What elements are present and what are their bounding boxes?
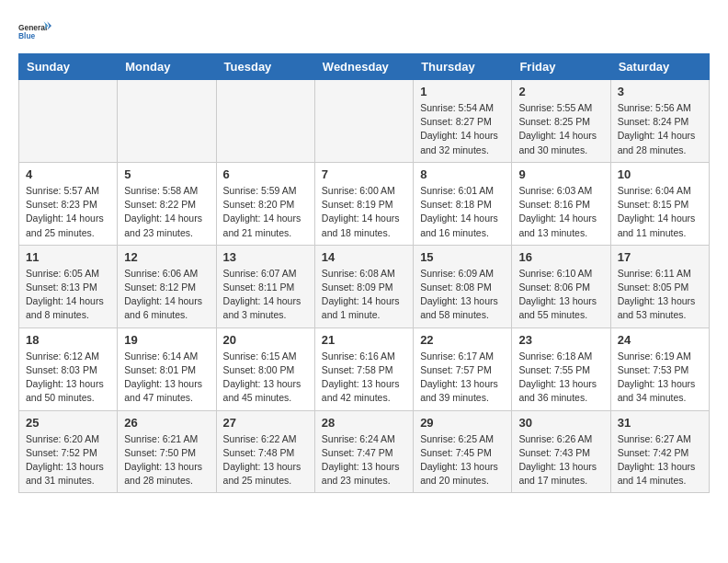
cell-info: Sunrise: 6:14 AM Sunset: 8:01 PM Dayligh… — [124, 350, 209, 406]
calendar-cell — [19, 80, 118, 163]
cell-info: Sunrise: 6:20 AM Sunset: 7:52 PM Dayligh… — [26, 432, 110, 488]
day-number: 22 — [420, 333, 505, 347]
col-header-sunday: Sunday — [19, 54, 118, 80]
cell-info: Sunrise: 6:25 AM Sunset: 7:45 PM Dayligh… — [420, 432, 505, 488]
calendar-cell: 12Sunrise: 6:06 AM Sunset: 8:12 PM Dayli… — [118, 245, 216, 327]
cell-info: Sunrise: 6:27 AM Sunset: 7:42 PM Dayligh… — [618, 432, 702, 488]
day-number: 27 — [223, 416, 308, 430]
day-number: 26 — [124, 416, 209, 430]
cell-info: Sunrise: 5:55 AM Sunset: 8:25 PM Dayligh… — [518, 101, 603, 157]
calendar-cell: 15Sunrise: 6:09 AM Sunset: 8:08 PM Dayli… — [414, 245, 512, 327]
col-header-monday: Monday — [118, 54, 216, 80]
cell-info: Sunrise: 5:58 AM Sunset: 8:22 PM Dayligh… — [124, 184, 209, 240]
day-number: 13 — [223, 250, 308, 264]
logo-icon: General Blue — [18, 18, 51, 44]
col-header-tuesday: Tuesday — [216, 54, 314, 80]
cell-info: Sunrise: 6:10 AM Sunset: 8:06 PM Dayligh… — [518, 267, 603, 323]
cell-info: Sunrise: 6:11 AM Sunset: 8:05 PM Dayligh… — [618, 267, 702, 323]
col-header-thursday: Thursday — [414, 54, 512, 80]
calendar-week-1: 1Sunrise: 5:54 AM Sunset: 8:27 PM Daylig… — [19, 80, 710, 163]
calendar-cell: 2Sunrise: 5:55 AM Sunset: 8:25 PM Daylig… — [512, 80, 610, 163]
day-number: 23 — [518, 333, 603, 347]
calendar-cell: 7Sunrise: 6:00 AM Sunset: 8:19 PM Daylig… — [314, 162, 413, 245]
header-row: SundayMondayTuesdayWednesdayThursdayFrid… — [19, 54, 710, 80]
cell-info: Sunrise: 6:26 AM Sunset: 7:43 PM Dayligh… — [518, 432, 603, 488]
day-number: 17 — [618, 250, 702, 264]
cell-info: Sunrise: 6:08 AM Sunset: 8:09 PM Dayligh… — [322, 267, 406, 323]
day-number: 8 — [420, 167, 505, 181]
calendar-cell — [216, 80, 314, 163]
calendar-cell: 13Sunrise: 6:07 AM Sunset: 8:11 PM Dayli… — [216, 245, 314, 327]
day-number: 11 — [26, 250, 110, 264]
day-number: 3 — [618, 85, 702, 98]
cell-info: Sunrise: 6:21 AM Sunset: 7:50 PM Dayligh… — [124, 432, 209, 488]
cell-info: Sunrise: 6:05 AM Sunset: 8:13 PM Dayligh… — [26, 267, 110, 323]
calendar-cell: 1Sunrise: 5:54 AM Sunset: 8:27 PM Daylig… — [414, 80, 512, 163]
calendar-cell: 3Sunrise: 5:56 AM Sunset: 8:24 PM Daylig… — [610, 80, 709, 163]
cell-info: Sunrise: 6:18 AM Sunset: 7:55 PM Dayligh… — [518, 350, 603, 406]
calendar-cell: 16Sunrise: 6:10 AM Sunset: 8:06 PM Dayli… — [512, 245, 610, 327]
calendar-cell: 30Sunrise: 6:26 AM Sunset: 7:43 PM Dayli… — [512, 410, 610, 493]
calendar-cell: 31Sunrise: 6:27 AM Sunset: 7:42 PM Dayli… — [610, 410, 709, 493]
cell-info: Sunrise: 6:15 AM Sunset: 8:00 PM Dayligh… — [223, 350, 308, 406]
calendar-week-5: 25Sunrise: 6:20 AM Sunset: 7:52 PM Dayli… — [19, 410, 710, 493]
calendar-cell: 19Sunrise: 6:14 AM Sunset: 8:01 PM Dayli… — [118, 327, 216, 410]
day-number: 5 — [124, 167, 209, 181]
svg-text:Blue: Blue — [18, 31, 36, 40]
cell-info: Sunrise: 6:03 AM Sunset: 8:16 PM Dayligh… — [518, 184, 603, 240]
calendar-cell: 28Sunrise: 6:24 AM Sunset: 7:47 PM Dayli… — [314, 410, 413, 493]
logo: General Blue — [18, 18, 51, 44]
day-number: 1 — [420, 85, 505, 98]
cell-info: Sunrise: 6:09 AM Sunset: 8:08 PM Dayligh… — [420, 267, 505, 323]
day-number: 24 — [618, 333, 702, 347]
calendar-cell: 27Sunrise: 6:22 AM Sunset: 7:48 PM Dayli… — [216, 410, 314, 493]
day-number: 25 — [26, 416, 110, 430]
calendar-cell: 29Sunrise: 6:25 AM Sunset: 7:45 PM Dayli… — [414, 410, 512, 493]
calendar-cell: 23Sunrise: 6:18 AM Sunset: 7:55 PM Dayli… — [512, 327, 610, 410]
calendar-cell: 8Sunrise: 6:01 AM Sunset: 8:18 PM Daylig… — [414, 162, 512, 245]
day-number: 4 — [26, 167, 110, 181]
calendar-cell: 5Sunrise: 5:58 AM Sunset: 8:22 PM Daylig… — [118, 162, 216, 245]
day-number: 15 — [420, 250, 505, 264]
day-number: 6 — [223, 167, 308, 181]
day-number: 31 — [618, 416, 702, 430]
day-number: 14 — [322, 250, 406, 264]
day-number: 30 — [518, 416, 603, 430]
calendar-cell: 25Sunrise: 6:20 AM Sunset: 7:52 PM Dayli… — [19, 410, 118, 493]
calendar-cell: 22Sunrise: 6:17 AM Sunset: 7:57 PM Dayli… — [414, 327, 512, 410]
calendar-cell: 4Sunrise: 5:57 AM Sunset: 8:23 PM Daylig… — [19, 162, 118, 245]
cell-info: Sunrise: 6:19 AM Sunset: 7:53 PM Dayligh… — [618, 350, 702, 406]
cell-info: Sunrise: 6:12 AM Sunset: 8:03 PM Dayligh… — [26, 350, 110, 406]
page-header: General Blue — [18, 18, 710, 44]
calendar-cell — [314, 80, 413, 163]
calendar-week-4: 18Sunrise: 6:12 AM Sunset: 8:03 PM Dayli… — [19, 327, 710, 410]
calendar-cell: 26Sunrise: 6:21 AM Sunset: 7:50 PM Dayli… — [118, 410, 216, 493]
cell-info: Sunrise: 6:17 AM Sunset: 7:57 PM Dayligh… — [420, 350, 505, 406]
cell-info: Sunrise: 5:56 AM Sunset: 8:24 PM Dayligh… — [618, 101, 702, 157]
day-number: 16 — [518, 250, 603, 264]
calendar-cell: 24Sunrise: 6:19 AM Sunset: 7:53 PM Dayli… — [610, 327, 709, 410]
cell-info: Sunrise: 6:24 AM Sunset: 7:47 PM Dayligh… — [322, 432, 406, 488]
calendar-cell: 10Sunrise: 6:04 AM Sunset: 8:15 PM Dayli… — [610, 162, 709, 245]
day-number: 20 — [223, 333, 308, 347]
calendar-cell — [118, 80, 216, 163]
calendar-cell: 14Sunrise: 6:08 AM Sunset: 8:09 PM Dayli… — [314, 245, 413, 327]
day-number: 21 — [322, 333, 406, 347]
cell-info: Sunrise: 5:59 AM Sunset: 8:20 PM Dayligh… — [223, 184, 308, 240]
calendar-cell: 18Sunrise: 6:12 AM Sunset: 8:03 PM Dayli… — [19, 327, 118, 410]
day-number: 9 — [518, 167, 603, 181]
calendar-cell: 6Sunrise: 5:59 AM Sunset: 8:20 PM Daylig… — [216, 162, 314, 245]
cell-info: Sunrise: 6:16 AM Sunset: 7:58 PM Dayligh… — [322, 350, 406, 406]
calendar-cell: 17Sunrise: 6:11 AM Sunset: 8:05 PM Dayli… — [610, 245, 709, 327]
cell-info: Sunrise: 6:04 AM Sunset: 8:15 PM Dayligh… — [618, 184, 702, 240]
cell-info: Sunrise: 5:57 AM Sunset: 8:23 PM Dayligh… — [26, 184, 110, 240]
day-number: 19 — [124, 333, 209, 347]
svg-text:General: General — [18, 23, 47, 32]
cell-info: Sunrise: 5:54 AM Sunset: 8:27 PM Dayligh… — [420, 101, 505, 157]
cell-info: Sunrise: 6:00 AM Sunset: 8:19 PM Dayligh… — [322, 184, 406, 240]
day-number: 18 — [26, 333, 110, 347]
day-number: 10 — [618, 167, 702, 181]
col-header-saturday: Saturday — [610, 54, 709, 80]
cell-info: Sunrise: 6:22 AM Sunset: 7:48 PM Dayligh… — [223, 432, 308, 488]
cell-info: Sunrise: 6:06 AM Sunset: 8:12 PM Dayligh… — [124, 267, 209, 323]
